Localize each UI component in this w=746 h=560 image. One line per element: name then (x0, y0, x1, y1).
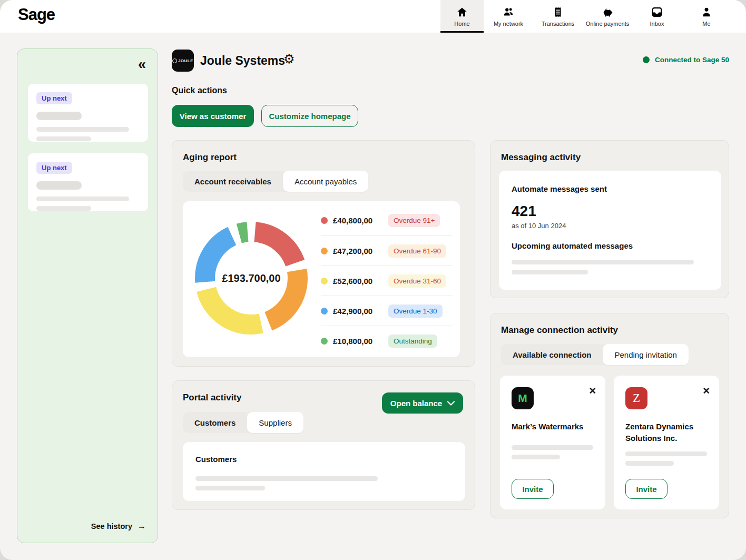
messages-sent-label: Automate messages sent (512, 184, 709, 193)
logo-ring-glyph (172, 58, 177, 63)
collapse-sidebar-icon[interactable]: « (138, 57, 146, 72)
nav-label: Inbox (650, 21, 664, 27)
messages-as-of-date: as of 10 Jun 2024 (512, 222, 709, 230)
view-as-customer-button[interactable]: View as customer (172, 105, 254, 127)
skeleton-line (36, 136, 91, 141)
aging-report-title: Aging report (183, 152, 237, 163)
skeleton-line (36, 197, 129, 201)
legend-row: £42,900,00 Overdue 1-30 (321, 296, 453, 326)
aging-donut-chart: £193.700,00 (194, 221, 308, 335)
quick-actions-title: Quick actions (172, 86, 227, 95)
connection-logo: M (512, 387, 534, 409)
connection-logo: Z (625, 387, 647, 409)
skeleton-line (512, 270, 588, 274)
portal-activity-title: Portal activity (183, 392, 242, 403)
skeleton-line (512, 455, 560, 459)
skeleton-line (36, 206, 91, 211)
messaging-activity-title: Messaging activity (501, 152, 581, 163)
legend-dot (321, 308, 328, 315)
legend-row: £47,200,00 Overdue 61-90 (321, 235, 453, 266)
settings-gear-icon[interactable]: ⚙ (283, 53, 295, 65)
legend-row: £10,800,00 Outstanding (321, 326, 453, 356)
customize-homepage-button[interactable]: Customize homepage (261, 105, 358, 127)
aging-tabs: Account receivables Account payables (183, 171, 368, 192)
home-icon (456, 6, 468, 18)
status-dot (643, 56, 650, 63)
manage-connection-title: Manage connection activity (501, 325, 618, 336)
invite-button[interactable]: Invite (512, 479, 554, 499)
up-next-card[interactable]: Up next (28, 84, 148, 142)
connection-name: Zentara Dynamics Solutions Inc. (625, 421, 708, 444)
skeleton-line (512, 260, 694, 264)
up-next-sidebar: « Up next Up next See history→ (17, 48, 158, 543)
portal-panel-title: Customers (195, 455, 453, 464)
connection-status: Connected to Sage 50 (643, 56, 729, 64)
skeleton-line (36, 112, 82, 120)
messages-sent-count: 421 (512, 203, 709, 220)
nav-item-transactions[interactable]: Transactions (533, 0, 583, 33)
arrow-right-icon: → (138, 522, 146, 530)
nav-label: Transactions (542, 21, 575, 27)
nav-item-me[interactable]: Me (682, 0, 731, 33)
tab-pending-invitation[interactable]: Pending invitation (603, 344, 688, 365)
donut-center-total: £193.700,00 (194, 221, 308, 335)
open-balance-label: Open balance (390, 399, 442, 408)
manage-connection-card: Manage connection activity Available con… (490, 313, 729, 518)
tab-account-receivables[interactable]: Account receivables (183, 171, 283, 192)
legend-badge: Overdue 61-90 (388, 244, 446, 258)
page-title: Joule Systems (200, 54, 285, 68)
close-icon[interactable]: × (703, 385, 710, 397)
skeleton-line (195, 476, 378, 481)
nav-item-inbox[interactable]: Inbox (632, 0, 682, 33)
person-icon (701, 6, 712, 18)
inbox-tray-icon (651, 6, 663, 18)
aging-chart-panel: £193.700,00 £40,800,00 Overdue 91+ £47,2… (183, 201, 460, 357)
messaging-activity-card: Messaging activity Automate messages sen… (490, 140, 729, 298)
close-icon[interactable]: × (589, 385, 596, 397)
open-balance-dropdown[interactable]: Open balance (382, 392, 463, 414)
legend-badge: Overdue 1-30 (388, 304, 443, 318)
invite-button[interactable]: Invite (625, 479, 668, 499)
nav-label: Online payments (586, 21, 630, 27)
legend-badge: Overdue 31-60 (388, 274, 446, 288)
up-next-badge: Up next (36, 92, 72, 104)
portal-activity-card: Portal activity Open balance Customers S… (172, 380, 475, 510)
aging-report-card: Aging report Account receivables Account… (172, 140, 475, 367)
portal-customers-panel: Customers (183, 442, 465, 501)
legend-badge: Outstanding (388, 335, 437, 348)
connection-card-marks-watermarks: M × Mark’s Watermarks Invite (500, 376, 605, 509)
legend-dot (321, 217, 328, 224)
chevron-down-icon (447, 401, 455, 406)
legend-dot (321, 278, 328, 284)
connection-tabs: Available connection Pending invitation (501, 344, 689, 365)
skeleton-line (512, 445, 593, 450)
company-logo: JOULE (172, 50, 194, 72)
nav-label: My network (494, 21, 523, 27)
messaging-panel: Automate messages sent 421 as of 10 Jun … (499, 171, 721, 290)
nav-item-online-payments[interactable]: Online payments (583, 0, 632, 33)
people-icon (503, 6, 514, 18)
legend-amount: £42,900,00 (333, 307, 383, 316)
aging-legend: £40,800,00 Overdue 91+ £47,200,00 Overdu… (321, 205, 453, 356)
legend-amount: £40,800,00 (333, 216, 383, 225)
top-navigation-bar: Sage Home My network (0, 0, 746, 33)
legend-row: £52,600,00 Overdue 31-60 (321, 266, 453, 296)
skeleton-line (195, 486, 265, 490)
nav-item-home[interactable]: Home (440, 0, 484, 33)
see-history-link[interactable]: See history→ (91, 522, 146, 531)
up-next-card[interactable]: Up next (28, 153, 148, 211)
sage-logo: Sage (18, 5, 55, 24)
receipt-icon (552, 6, 564, 18)
piggy-bank-icon (602, 6, 613, 18)
tab-customers[interactable]: Customers (183, 412, 247, 433)
tab-available-connection[interactable]: Available connection (501, 344, 603, 365)
nav-label: Me (702, 21, 710, 27)
skeleton-line (625, 451, 707, 456)
tab-suppliers[interactable]: Suppliers (247, 412, 303, 433)
nav-item-my-network[interactable]: My network (484, 0, 533, 33)
see-history-label: See history (91, 522, 132, 530)
legend-amount: £47,200,00 (333, 247, 383, 256)
legend-amount: £10,800,00 (333, 337, 383, 346)
tab-account-payables[interactable]: Account payables (283, 171, 368, 192)
skeleton-line (36, 181, 82, 190)
